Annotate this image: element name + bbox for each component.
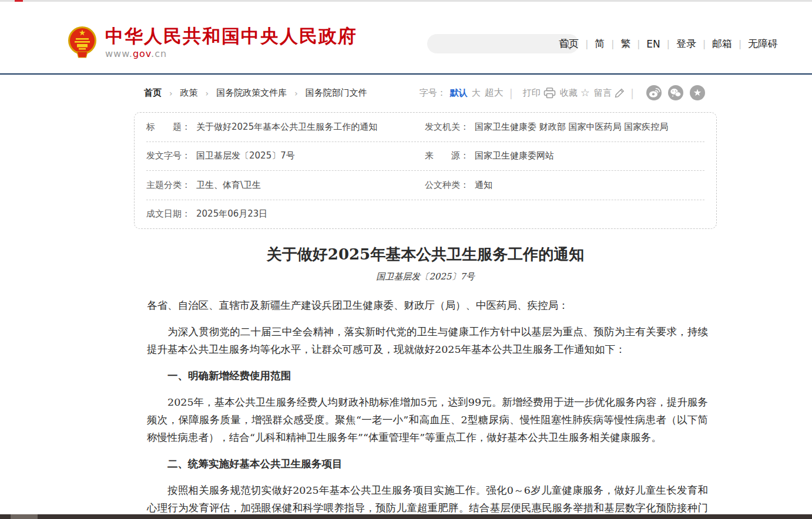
document-number: 国卫基层发〔2025〕7号	[134, 271, 717, 282]
paragraph-intro: 为深入贯彻党的二十届三中全会精神，落实新时代党的卫生与健康工作方针中以基层为重点…	[147, 323, 708, 358]
document-title: 关于做好2025年基本公共卫生服务工作的通知	[134, 244, 717, 265]
meta-docnumber-label: 发文字号：	[146, 150, 190, 161]
site-url-gov: gov	[133, 48, 151, 59]
comment-button[interactable]: 留言	[594, 87, 625, 99]
meta-category-label: 主题分类：	[146, 180, 190, 191]
meta-row-category-type: 主题分类： 卫生、体育\卫生 公文种类： 通知	[146, 171, 704, 200]
share-weibo-icon[interactable]	[646, 85, 662, 100]
favorite-button[interactable]: 收藏 ☆	[560, 87, 590, 99]
document-metadata-box: 标 题： 关于做好2025年基本公共卫生服务工作的通知 发文机关： 国家卫生健康…	[134, 112, 717, 229]
nav-login[interactable]: 登录	[670, 37, 703, 50]
paragraph-addressees: 各省、自治区、直辖市及新疆生产建设兵团卫生健康委、财政厅（局）、中医药局、疾控局…	[147, 296, 708, 314]
breadcrumb-policy[interactable]: 政策	[180, 87, 198, 99]
main-content: 首页 › 政策 › 国务院政策文件库 › 国务院部门文件 字号： 默认 大 超大…	[134, 75, 717, 519]
nav-traditional[interactable]: 繁	[614, 37, 637, 50]
paragraph-section-1: 2025年，基本公共卫生服务经费人均财政补助标准增加5元，达到99元。新增经费用…	[147, 393, 708, 446]
meta-doctype-value: 通知	[475, 180, 492, 191]
meta-doctype-label: 公文种类：	[425, 180, 469, 191]
horizontal-scrollbar[interactable]	[0, 514, 812, 519]
toolbar-separator: |	[630, 87, 634, 99]
font-size-label: 字号：	[420, 87, 446, 99]
breadcrumb: 首页 › 政策 › 国务院政策文件库 › 国务院部门文件	[144, 87, 367, 99]
chevron-right-icon: ›	[206, 89, 209, 98]
site-logo[interactable]: 中华人民共和国中央人民政府 www.gov.cn	[67, 25, 357, 60]
chevron-right-icon: ›	[169, 89, 173, 98]
font-size-default-button[interactable]: 默认	[450, 87, 468, 99]
share-wechat-icon[interactable]	[668, 85, 683, 100]
meta-source-value: 国家卫生健康委网站	[475, 150, 554, 161]
meta-category-value: 卫生、体育\卫生	[196, 180, 261, 191]
chevron-right-icon: ›	[294, 89, 298, 98]
breadcrumb-policy-library[interactable]: 国务院政策文件库	[216, 87, 287, 99]
document-body: 各省、自治区、直辖市及新疆生产建设兵团卫生健康委、财政厅（局）、中医药局、疾控局…	[134, 296, 717, 519]
nav-accessibility[interactable]: 无障碍	[741, 37, 784, 50]
nav-english[interactable]: EN	[640, 38, 666, 50]
breadcrumb-department-documents[interactable]: 国务院部门文件	[306, 87, 367, 99]
site-url: www.gov.cn	[105, 48, 357, 59]
site-url-www: www.	[105, 48, 133, 59]
meta-title-value: 关于做好2025年基本公共卫生服务工作的通知	[196, 122, 377, 133]
print-label: 打印	[523, 87, 541, 99]
font-size-large-button[interactable]: 大	[472, 87, 481, 99]
meta-agency-value: 国家卫生健康委 财政部 国家中医药局 国家疾控局	[475, 122, 668, 133]
site-url-cn: .cn	[151, 48, 167, 59]
meta-source-label: 来 源：	[425, 150, 469, 161]
nav-home[interactable]: 首页	[552, 37, 585, 50]
toolbar-separator: |	[509, 87, 513, 99]
favorite-label: 收藏	[560, 87, 578, 99]
meta-docnumber-value: 国卫基层发〔2025〕7号	[196, 150, 295, 161]
meta-date-value: 2025年06月23日	[196, 208, 267, 220]
nav-mail[interactable]: 邮箱	[706, 37, 739, 50]
meta-title-label: 标 题：	[146, 122, 190, 133]
site-header: 中华人民共和国中央人民政府 www.gov.cn 首页 | 简 | 繁 | EN…	[0, 2, 812, 73]
national-emblem-icon	[67, 25, 98, 60]
meta-row-title-agency: 标 题： 关于做好2025年基本公共卫生服务工作的通知 发文机关： 国家卫生健康…	[146, 113, 704, 142]
nav-simplified[interactable]: 简	[588, 37, 611, 50]
site-title: 中华人民共和国中央人民政府	[105, 25, 357, 46]
top-navigation: 首页 | 简 | 繁 | EN | 登录 | 邮箱 | 无障碍	[552, 37, 784, 50]
meta-row-number-source: 发文字号： 国卫基层发〔2025〕7号 来 源： 国家卫生健康委网站	[146, 142, 704, 171]
meta-agency-label: 发文机关：	[425, 122, 469, 133]
meta-date-label: 成文日期：	[146, 208, 190, 220]
print-button[interactable]: 打印	[523, 87, 556, 99]
section-heading-1: 一、明确新增经费使用范围	[147, 367, 708, 385]
scrollbar-thumb[interactable]	[11, 514, 38, 519]
paragraph-section-2: 按照相关服务规范切实做好2025年基本公共卫生服务项目实施工作。强化0～6岁儿童…	[147, 481, 708, 519]
search-input[interactable]	[427, 34, 559, 53]
document-toolbar: 字号： 默认 大 超大 | 打印 收藏 ☆ 留言	[420, 85, 705, 100]
printer-icon	[543, 87, 556, 99]
share-qzone-icon[interactable]	[690, 85, 705, 100]
pencil-icon	[615, 88, 625, 98]
section-heading-2: 二、统筹实施好基本公共卫生服务项目	[147, 455, 708, 473]
font-size-xlarge-button[interactable]: 超大	[485, 87, 504, 99]
comment-label: 留言	[594, 87, 612, 99]
star-icon: ☆	[581, 87, 590, 98]
meta-row-date: 成文日期： 2025年06月23日	[146, 200, 704, 229]
breadcrumb-home[interactable]: 首页	[144, 87, 162, 99]
